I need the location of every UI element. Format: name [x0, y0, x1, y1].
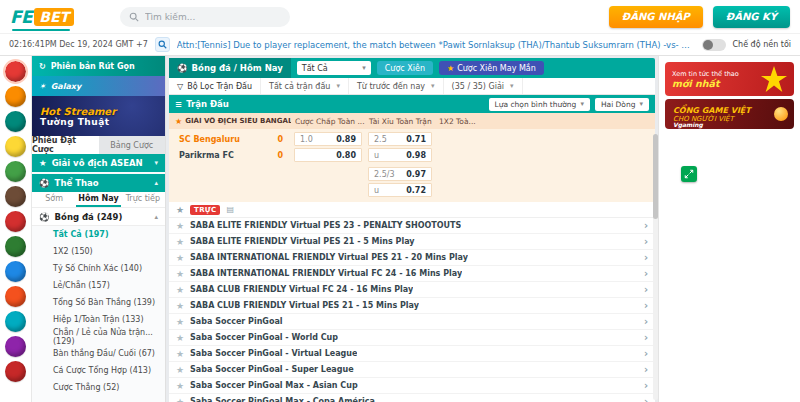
competition-row[interactable]: ★ Saba Soccer PinGoal ›: [169, 314, 655, 330]
compact-version-banner[interactable]: ↻ Phiên bản Rút Gọn: [32, 56, 165, 76]
vgaming-banner[interactable]: CỔNG GAME VIỆT CHO NGƯỜI VIỆT Vgaming: [665, 99, 794, 129]
time-filter-tab[interactable]: Hôm Nay: [76, 192, 120, 207]
competition-row[interactable]: ★ SABA INTERNATIONAL FRIENDLY Virtual FC…: [169, 266, 655, 282]
filter-dropdown[interactable]: (35 / 35) Giải ▾: [444, 78, 523, 94]
game-category-icon[interactable]: [5, 236, 26, 257]
rows-mode-select[interactable]: Hai Dòng ▾: [595, 98, 649, 111]
chevron-down-icon: ▾: [336, 82, 340, 90]
favorite-star-icon[interactable]: ★: [176, 269, 184, 279]
filter-dropdown[interactable]: Tất cả trận đấu ▾: [261, 78, 349, 94]
favorite-star-icon[interactable]: ★: [176, 381, 184, 391]
grid-view-icon[interactable]: ▤: [226, 205, 234, 214]
section-sports[interactable]: ⚽ Thể Thao ▴: [32, 174, 165, 192]
competition-row[interactable]: ★ Saba Soccer PinGoal - Virtual League ›: [169, 346, 655, 362]
breadcrumb[interactable]: ⚽ Bóng đá / Hôm Nay: [169, 58, 291, 78]
favorite-star-icon[interactable]: ★: [176, 301, 184, 311]
market-menu-item[interactable]: Cá Cược Tổng Hợp (413): [32, 362, 165, 379]
announcement-search-icon[interactable]: [155, 37, 170, 52]
register-button[interactable]: ĐĂNG KÝ: [713, 6, 790, 28]
competition-row[interactable]: ★ SABA ELITE FRIENDLY Virtual PES 23 - P…: [169, 218, 655, 234]
league-select[interactable]: Tất Cả ▾: [297, 61, 371, 75]
favorite-star-icon[interactable]: ★: [175, 117, 182, 126]
over-odd-line2[interactable]: 2.5/3 0.97: [368, 167, 432, 181]
sports-icon: ⚽: [39, 178, 50, 188]
market-menu-item[interactable]: Lẻ/Chẵn (157): [32, 277, 165, 294]
home-team-name[interactable]: SC Bengaluru: [169, 135, 265, 144]
market-menu-item[interactable]: Bàn thắng Đầu/ Cuối (67): [32, 345, 165, 362]
announcement-text: Attn:[Tennis] Due to player replacement,…: [177, 40, 695, 50]
search-input[interactable]: [145, 12, 281, 22]
game-category-icon[interactable]: [5, 286, 26, 307]
market-menu-item[interactable]: Hiệp 1/Toàn Trận (133): [32, 311, 165, 328]
market-menu-item[interactable]: Cược Thẳng (52): [32, 379, 165, 396]
market-menu-item[interactable]: Chẵn / Lẻ của Nửa trận... (129): [32, 328, 165, 345]
game-category-icon[interactable]: [5, 161, 26, 182]
favorite-star-icon[interactable]: ★: [176, 237, 184, 247]
competition-row[interactable]: ★ Saba Soccer PinGoal Max - Copa América…: [169, 394, 655, 402]
handicap-home-odd[interactable]: 1.0 0.89: [294, 132, 362, 146]
hot-streamer-promo[interactable]: Hot Streamer Tường Thuật: [32, 96, 165, 136]
filter-dropdown-value: (35 / 35) Giải: [452, 82, 504, 91]
lucky-parlay-button[interactable]: ★ Cược Xiên May Mắn: [439, 61, 544, 75]
febet-logo[interactable]: FE BET: [10, 7, 74, 27]
market-menu-item[interactable]: Tất Cả (197): [32, 226, 165, 243]
favorite-star-icon[interactable]: ★: [176, 253, 184, 263]
dark-mode-toggle[interactable]: [702, 39, 726, 51]
game-category-icon[interactable]: [5, 211, 26, 232]
tab-bet-slip[interactable]: Phiếu Đặt Cược: [32, 136, 99, 154]
competition-row[interactable]: ★ SABA CLUB FRIENDLY Virtual PES 21 - 15…: [169, 298, 655, 314]
header-search[interactable]: [120, 7, 290, 27]
game-category-icon[interactable]: [5, 136, 26, 157]
vgaming-line1: CỔNG GAME VIỆT: [673, 106, 786, 115]
game-category-icon[interactable]: [5, 361, 26, 382]
section-asean-championship[interactable]: ★ Giải vô địch ASEAN ▾: [32, 154, 165, 172]
favorite-star-icon[interactable]: ★: [176, 333, 184, 343]
competition-row[interactable]: ★ SABA INTERNATIONAL FRIENDLY Virtual PE…: [169, 250, 655, 266]
favorite-star-icon[interactable]: ★: [176, 205, 184, 215]
sport-football-header[interactable]: ⚽ Bóng đá (249) ▴: [32, 208, 165, 226]
tab-bet-board[interactable]: Bảng Cược: [99, 136, 166, 154]
parlay-button[interactable]: Cược Xiên: [377, 61, 433, 75]
favorite-star-icon[interactable]: ★: [176, 365, 184, 375]
competition-row[interactable]: ★ Saba Soccer PinGoal - World Cup ›: [169, 330, 655, 346]
under-odd-line2[interactable]: u 0.72: [368, 183, 432, 197]
competition-row[interactable]: ★ SABA ELITE FRIENDLY Virtual PES 21 - 5…: [169, 234, 655, 250]
competition-row[interactable]: ★ Saba Soccer PinGoal Max - Asian Cup ›: [169, 378, 655, 394]
login-button[interactable]: ĐĂNG NHẬP: [609, 6, 703, 28]
game-category-icon[interactable]: [5, 86, 26, 107]
favorite-star-icon[interactable]: ★: [176, 285, 184, 295]
filter-dropdown-value: Tất cả trận đấu: [269, 82, 330, 91]
market-menu-item[interactable]: Tỷ Số Chính Xác (140): [32, 260, 165, 277]
favorite-star-icon[interactable]: ★: [176, 397, 184, 402]
time-filter-tab[interactable]: Trực tiếp: [121, 192, 165, 207]
game-category-icon[interactable]: [5, 111, 26, 132]
handicap-away-odd[interactable]: 0.80: [294, 148, 362, 162]
competition-row[interactable]: ★ SABA CLUB FRIENDLY Virtual FC 24 - 16 …: [169, 282, 655, 298]
away-team-name[interactable]: Parikrma FC: [169, 151, 265, 160]
news-banner-line1: Xem tin tức thể thao: [672, 70, 739, 78]
game-category-icon[interactable]: [5, 336, 26, 357]
sports-news-banner[interactable]: Xem tin tức thể thao mới nhất: [665, 62, 794, 96]
game-category-icon[interactable]: [5, 186, 26, 207]
over-odd-line1[interactable]: 2.5 0.71: [368, 132, 432, 146]
favorite-star-icon[interactable]: ★: [176, 349, 184, 359]
right-rail: Xem tin tức thể thao mới nhất CỔNG GAME …: [658, 56, 800, 402]
time-filter-tab[interactable]: Sớm: [32, 192, 76, 207]
filter-dropdown[interactable]: Từ trước đến nay ▾: [349, 78, 444, 94]
competition-name: SABA ELITE FRIENDLY Virtual PES 23 - PEN…: [190, 221, 461, 230]
favorite-star-icon[interactable]: ★: [176, 317, 184, 327]
competition-list: ★ SABA ELITE FRIENDLY Virtual PES 23 - P…: [169, 218, 655, 402]
market-menu-item[interactable]: 1X2 (150): [32, 243, 165, 260]
under-odd-line1[interactable]: u 0.98: [368, 148, 432, 162]
favorite-star-icon[interactable]: ★: [176, 221, 184, 231]
galaxy-banner[interactable]: ✶ Galaxy: [32, 76, 165, 96]
game-category-icon[interactable]: [5, 311, 26, 332]
game-category-icon[interactable]: [5, 61, 26, 82]
market-menu-item[interactable]: Tổng Số Bàn Thắng (139): [32, 294, 165, 311]
competition-row[interactable]: ★ Saba Soccer PinGoal - Super League ›: [169, 362, 655, 378]
game-category-icon[interactable]: [5, 261, 26, 282]
sidebar: ↻ Phiên bản Rút Gọn ✶ Galaxy Hot Streame…: [32, 56, 166, 402]
expand-panel-button[interactable]: [681, 166, 697, 182]
odds-mode-select[interactable]: Lựa chọn bình thường ▾: [489, 98, 590, 111]
league-name[interactable]: ★ GIẢI VÔ ĐỊCH SIÊU BANGALORE ẤN ĐỘ: [169, 117, 291, 126]
